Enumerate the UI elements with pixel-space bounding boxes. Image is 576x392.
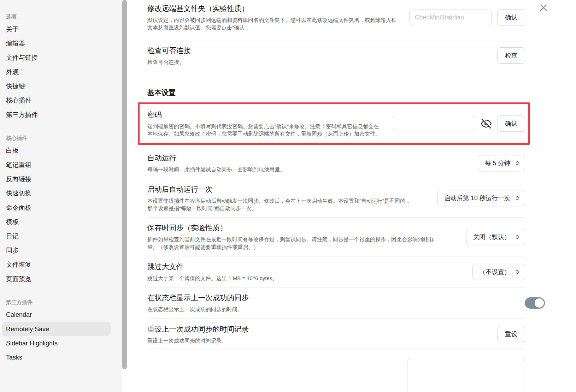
setting-description: 跳过大于某一个阈值的文件。这里 1 MB = 10^6 bytes。 — [147, 274, 277, 282]
setting-row-reset-last-sync-time: 重设上一次成功同步的时间记录 重设上一次成功同步的时间记录。 重设 — [147, 319, 525, 350]
sidebar-item-appearance[interactable]: 外观 — [2, 65, 111, 79]
sidebar-item-about[interactable]: 关于 — [2, 22, 111, 36]
sidebar-item-file-recovery[interactable]: 文件恢复 — [2, 258, 111, 272]
sidebar-item-note-composer[interactable]: 笔记重组 — [2, 158, 111, 172]
setting-description: 检查可否连接。 — [147, 58, 191, 66]
sidebar-item-templates[interactable]: 模板 — [2, 215, 111, 229]
setting-info: 启动后自动运行一次 本设置使得插件在程序启动后自动触发一次同步。修改后，会在下一… — [147, 184, 424, 212]
password-input[interactable] — [393, 116, 475, 131]
sidebar-scrollbar[interactable] — [122, 0, 127, 369]
sidebar-group-header-core-plugins: 核心插件 — [2, 135, 128, 144]
setting-description: 本设置使得插件在程序启动后自动触发一次同步。修改后，会在下一次启动生效。本设置和… — [147, 197, 413, 212]
setting-row-check-connectivity: 检查可否连接 检查可否连接。 检查 — [147, 40, 525, 71]
setting-row-skip-large-files: 跳过大文件 跳过大于某一个阈值的文件。这里 1 MB = 10^6 bytes。… — [147, 256, 525, 287]
setting-row-remote-base-dir: 修改远端基文件夹（实验性质） 默认设定，内容会被同步到远端的和资料库同名的文件夹… — [147, 2, 525, 40]
setting-controls: 启动后第 10 秒运行一次 — [437, 190, 525, 206]
skip-large-files-selected-value: （不设置） — [480, 268, 511, 276]
sidebar-item-daily-notes[interactable]: 日记 — [2, 229, 111, 243]
settings-sidebar: 选项 关于 编辑器 文件与链接 外观 快捷键 核心插件 第三方插件 核心插件 白… — [0, 0, 128, 392]
settings-window: 选项 关于 编辑器 文件与链接 外观 快捷键 核心插件 第三方插件 核心插件 白… — [0, 0, 576, 392]
setting-info: 重设上一次成功同步的时间记录 重设上一次成功同步的时间记录。 — [147, 324, 259, 344]
sidebar-item-tasks[interactable]: Tasks — [2, 351, 111, 365]
sidebar-item-editor[interactable]: 编辑器 — [2, 36, 111, 51]
sidebar-item-sync[interactable]: 同步 — [2, 243, 111, 257]
setting-title: 自动运行 — [147, 153, 285, 163]
setting-description: 插件如果检查到当前文件在最近一段时间有修改保存过，则尝试同步。请注意，同步是一个… — [147, 236, 443, 251]
setting-controls: （不设置） — [472, 264, 525, 280]
toggle-thumb — [535, 298, 544, 308]
setting-description: 重设上一次成功同步的时间记录。 — [147, 337, 249, 344]
partial-bottom-box[interactable] — [407, 358, 525, 392]
close-icon[interactable] — [539, 4, 548, 12]
setting-controls: 确认 — [409, 9, 525, 25]
setting-row-auto-run: 自动运行 每隔一段时间，此插件尝试自动同步。会影响到电池用量。 每 5 分钟 — [147, 148, 525, 178]
setting-controls: 确认 — [393, 115, 525, 132]
check-connectivity-button[interactable]: 检查 — [497, 47, 525, 64]
section-divider — [147, 350, 525, 350]
sidebar-item-community-plugins[interactable]: 第三方插件 — [2, 108, 111, 122]
setting-title: 修改远端基文件夹（实验性质） — [147, 4, 399, 13]
setting-title: 密码 — [147, 110, 382, 120]
sidebar-item-command-palette[interactable]: 命令面板 — [2, 201, 111, 215]
sidebar-item-remotely-save[interactable]: Remotely Save — [2, 322, 111, 336]
status-bar-last-sync-toggle[interactable] — [525, 297, 545, 309]
eye-off-icon[interactable] — [481, 118, 492, 129]
setting-row-sync-on-save: 保存时同步（实验性质） 插件如果检查到当前文件在最近一段时间有修改保存过，则尝试… — [147, 217, 525, 256]
setting-controls: 重设 — [497, 326, 525, 342]
sync-on-save-select[interactable]: 关闭（默认） — [466, 229, 525, 245]
sidebar-item-calendar[interactable]: Calendar — [2, 308, 111, 322]
sidebar-item-sidebar-highlights[interactable]: Sidebar Highlights — [2, 336, 111, 350]
sidebar-item-page-preview[interactable]: 页面预览 — [2, 272, 111, 286]
setting-info: 修改远端基文件夹（实验性质） 默认设定，内容会被同步到远端的和资料库同名的文件夹… — [147, 4, 409, 31]
sidebar-item-hotkeys[interactable]: 快捷键 — [2, 79, 111, 94]
chevrons-up-down-icon — [515, 269, 520, 275]
setting-info: 保存时同步（实验性质） 插件如果检查到当前文件在最近一段时间有修改保存过，则尝试… — [147, 223, 454, 251]
setting-description: 在状态栏显示上一次成功的同步的时间。 — [147, 305, 249, 313]
setting-controls: 检查 — [497, 47, 525, 64]
remote-base-dir-confirm-button[interactable]: 确认 — [497, 9, 525, 25]
sidebar-group-header-community-plugins: 第三方插件 — [2, 299, 128, 308]
setting-info: 检查可否连接 检查可否连接。 — [147, 46, 201, 66]
setting-title: 跳过大文件 — [147, 262, 277, 272]
setting-title: 启动后自动运行一次 — [147, 184, 413, 194]
setting-title: 保存时同步（实验性质） — [147, 223, 443, 233]
settings-content: 修改远端基文件夹（实验性质） 默认设定，内容会被同步到远端的和资料库同名的文件夹… — [128, 0, 576, 392]
setting-description: 默认设定，内容会被同步到远端的和资料库同名的文件夹下。您可以在此修改远端文件夹名… — [147, 16, 399, 31]
sidebar-item-quick-switcher[interactable]: 快速切换 — [2, 186, 111, 201]
sidebar-group-header-options: 选项 — [2, 13, 128, 22]
sidebar-item-files-links[interactable]: 文件与链接 — [2, 51, 111, 65]
setting-info: 跳过大文件 跳过大于某一个阈值的文件。这里 1 MB = 10^6 bytes。 — [147, 262, 288, 282]
sidebar-item-core-plugins[interactable]: 核心插件 — [2, 94, 111, 108]
setting-controls: 每 5 分钟 — [478, 155, 525, 171]
run-once-on-start-select[interactable]: 启动后第 10 秒运行一次 — [437, 190, 525, 206]
chevrons-up-down-icon — [515, 160, 520, 166]
sidebar-item-backlinks[interactable]: 反向链接 — [2, 172, 111, 186]
sidebar-group-community-plugins: 第三方插件 Calendar Remotely Save Sidebar Hig… — [2, 299, 128, 365]
auto-run-select[interactable]: 每 5 分钟 — [478, 155, 525, 171]
setting-description: 端到端加密的密码。不填写则代表没密码。您需要点击“确认”来修改。注意：密码和其它… — [147, 123, 382, 138]
sync-on-save-selected-value: 关闭（默认） — [473, 233, 510, 241]
section-heading-basic-settings: 基本设置 — [147, 88, 525, 97]
sidebar-item-canvas[interactable]: 白板 — [2, 144, 111, 158]
setting-row-run-once-on-start: 启动后自动运行一次 本设置使得插件在程序启动后自动触发一次同步。修改后，会在下一… — [147, 179, 525, 218]
sidebar-group-options: 选项 关于 编辑器 文件与链接 外观 快捷键 核心插件 第三方插件 — [2, 13, 128, 122]
setting-controls: 关闭（默认） — [466, 229, 525, 245]
password-confirm-button[interactable]: 确认 — [497, 115, 525, 132]
setting-controls — [525, 297, 525, 309]
setting-title: 在状态栏显示上一次成功的同步 — [147, 293, 249, 303]
setting-description: 每隔一段时间，此插件尝试自动同步。会影响到电池用量。 — [147, 166, 285, 173]
setting-info: 密码 端到端加密的密码。不填写则代表没密码。您需要点击“确认”来修改。注意：密码… — [147, 110, 393, 138]
remote-base-dir-input[interactable] — [409, 10, 492, 25]
sidebar-group-core-plugins: 核心插件 白板 笔记重组 反向链接 快速切换 命令面板 模板 日记 同步 文件恢… — [2, 135, 128, 286]
setting-title: 检查可否连接 — [147, 46, 191, 55]
setting-title: 重设上一次成功同步的时间记录 — [147, 324, 249, 334]
chevrons-up-down-icon — [515, 234, 520, 240]
setting-row-status-bar-last-sync: 在状态栏显示上一次成功的同步 在状态栏显示上一次成功的同步的时间。 — [147, 287, 525, 318]
setting-row-password: 密码 端到端加密的密码。不填写则代表没密码。您需要点击“确认”来修改。注意：密码… — [138, 102, 530, 145]
skip-large-files-select[interactable]: （不设置） — [472, 264, 525, 280]
auto-run-selected-value: 每 5 分钟 — [485, 159, 510, 167]
setting-info: 自动运行 每隔一段时间，此插件尝试自动同步。会影响到电池用量。 — [147, 153, 296, 173]
reset-last-sync-time-button[interactable]: 重设 — [497, 326, 525, 342]
chevrons-up-down-icon — [515, 195, 520, 201]
run-once-selected-value: 启动后第 10 秒运行一次 — [444, 194, 510, 202]
